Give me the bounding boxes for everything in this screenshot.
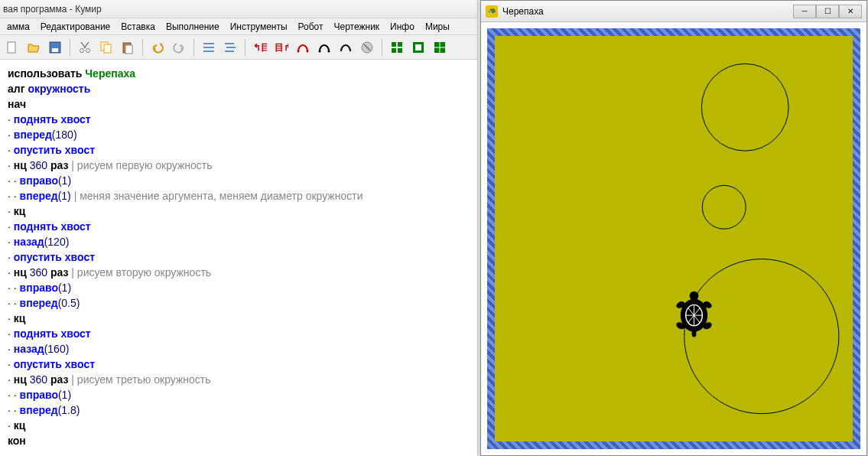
turtle-app-icon: 🐢 [486,5,498,18]
code-line[interactable]: · назад(160) [8,341,470,357]
svg-point-20 [328,50,330,52]
turtle-sprite [675,292,713,337]
svg-rect-8 [125,45,132,54]
list2-icon[interactable] [221,38,239,57]
toolbar-separator [142,39,143,56]
drawn-circle [701,64,788,151]
svg-rect-22 [392,42,396,47]
redo-icon[interactable] [170,38,188,57]
menu-edit[interactable]: Редактирование [35,20,115,34]
undo-icon[interactable] [148,38,167,57]
menu-worlds[interactable]: Миры [420,20,455,34]
svg-rect-13 [226,47,236,48]
menu-info[interactable]: Инфо [385,20,420,34]
menu-run[interactable]: Выполнение [161,20,225,34]
code-line[interactable]: · кц [8,418,470,433]
trace3-icon[interactable] [336,38,355,57]
svg-rect-23 [398,42,402,47]
titlebar: вая программа - Кумир [0,0,477,18]
menubar: амма Редактирование Вставка Выполнение И… [0,18,477,35]
code-line[interactable]: · поднять хвост [8,326,470,341]
svg-rect-14 [225,50,234,52]
code-line[interactable]: · нц 360 раз | рисуем третью окружность [8,372,470,387]
trace1-icon[interactable] [294,38,312,57]
turtle-drawing [495,36,853,441]
svg-rect-12 [225,43,234,44]
svg-rect-2 [52,48,58,52]
step-icon[interactable]: 目↱ [272,38,291,57]
code-line[interactable]: · · вперед(0.5) [8,295,470,311]
toolbar-separator [193,39,194,56]
code-line[interactable]: · вперед(180) [8,127,470,142]
drawn-circle [702,185,746,229]
code-line[interactable]: · поднять хвост [8,112,470,127]
list1-icon[interactable] [200,38,218,57]
code-line[interactable]: использовать Черепаха [8,66,470,81]
svg-text:目↱: 目↱ [275,42,288,53]
code-line[interactable]: · кц [8,311,470,326]
svg-rect-6 [104,44,111,53]
turtle-title-text: Черепаха [502,6,544,17]
turtle-canvas-container [481,22,866,455]
svg-rect-27 [415,44,421,50]
menu-insert[interactable]: Вставка [115,20,161,34]
code-line[interactable]: · опустить хвост [8,142,470,158]
svg-point-42 [692,330,697,337]
code-line[interactable]: · назад(120) [8,234,470,249]
svg-point-37 [690,292,699,301]
code-line[interactable]: · опустить хвост [8,249,470,265]
svg-rect-11 [203,50,214,52]
maximize-button[interactable]: ☐ [816,5,839,18]
grid2-icon[interactable] [409,38,427,57]
svg-point-4 [86,48,90,52]
svg-rect-9 [203,43,214,44]
title-text: вая программа - Кумир [3,4,102,15]
menu-tools[interactable]: Инструменты [225,20,293,34]
code-line[interactable]: · нц 360 раз | рисуем первую окружность [8,158,470,173]
grid3-icon[interactable] [431,38,449,57]
close-button[interactable]: ✕ [839,5,862,18]
svg-text:↰目: ↰目 [253,42,267,53]
minimize-button[interactable]: ─ [793,5,816,18]
code-line[interactable]: · кц [8,204,470,219]
svg-rect-0 [8,42,15,53]
code-line[interactable]: · · вперед(1) | меняя значение аргумента… [8,188,470,204]
menu-draft[interactable]: Чертежник [329,20,385,34]
open-icon[interactable] [24,38,43,57]
main-window: вая программа - Кумир амма Редактировани… [0,0,478,456]
save-icon[interactable] [46,38,64,57]
stop-icon[interactable] [358,38,376,57]
menu-program[interactable]: амма [2,20,35,34]
code-line[interactable]: · · вперед(1.8) [8,402,470,418]
svg-point-18 [307,50,309,52]
menu-robot[interactable]: Робот [293,20,329,34]
trace2-icon[interactable] [315,38,333,57]
code-editor[interactable]: использовать Черепахаалг окружностьнач· … [0,60,477,454]
svg-point-19 [319,50,321,52]
code-line[interactable]: кон [8,433,470,448]
run-icon[interactable]: ↰目 [251,38,269,57]
copy-icon[interactable] [97,38,115,57]
paste-icon[interactable] [119,38,137,57]
code-line[interactable]: · поднять хвост [8,219,470,234]
svg-point-3 [80,48,84,52]
svg-rect-24 [392,48,396,53]
code-line[interactable]: нач [8,96,470,112]
code-line[interactable]: · · вправо(1) [8,173,470,188]
turtle-canvas-border [487,28,860,449]
code-line[interactable]: · · вправо(1) [8,387,470,402]
code-line[interactable]: алг окружность [8,81,470,96]
cut-icon[interactable] [76,38,94,57]
grid1-icon[interactable] [388,38,406,57]
svg-rect-25 [398,48,402,53]
window-controls: ─ ☐ ✕ [793,5,862,18]
drawn-circle [684,259,839,414]
svg-rect-10 [203,47,214,48]
code-line[interactable]: · · вправо(1) [8,280,470,295]
code-line[interactable]: · нц 360 раз | рисуем вторую окружность [8,265,470,280]
svg-point-17 [297,50,300,52]
toolbar-separator [70,39,70,56]
turtle-canvas[interactable] [495,36,853,441]
code-line[interactable]: · опустить хвост [8,357,470,372]
new-icon[interactable] [3,38,21,57]
